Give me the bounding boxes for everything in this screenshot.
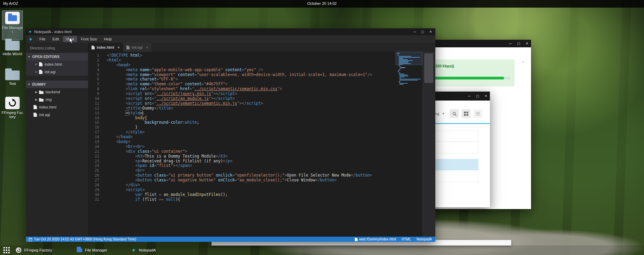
code-line[interactable]: 1<!DOCTYPE html> — [88, 53, 396, 58]
notepada-window[interactable]: NotepadA - index.html – □ × File Edit Vi… — [26, 28, 435, 242]
code-line[interactable]: 21 <div class="ui container"> — [88, 149, 396, 154]
code-line[interactable]: 23 <p>Received drag-in filelist (if any)… — [88, 159, 396, 164]
desktop-icon-ffmpeg-factory[interactable]: FFmpeg Factory — [1, 97, 23, 119]
taskbar-label: NotepadA — [139, 248, 156, 252]
status-app-name: NotepadA — [417, 237, 432, 241]
file-name: index.html — [39, 105, 56, 109]
maximize-button[interactable]: □ — [422, 29, 424, 34]
code-line[interactable]: 22 <h3>This is a Dummy Testing Module</h… — [88, 154, 396, 159]
minimize-button[interactable]: – — [414, 29, 416, 34]
code-line[interactable]: 13 <style> — [88, 111, 396, 116]
apps-grid-icon[interactable] — [3, 247, 10, 255]
code-line[interactable]: 27 <button class="ui negative button" on… — [88, 178, 396, 183]
maximize-button[interactable]: □ — [518, 41, 520, 46]
menu-view[interactable]: View — [63, 36, 77, 42]
code-line[interactable]: 4 <meta name="apple-mobile-web-app-capab… — [88, 68, 396, 73]
code-line[interactable]: 9 <script src="../script/jquery.min.js">… — [88, 92, 396, 96]
code-line[interactable]: 31 if (flist == null){ — [88, 197, 396, 202]
code-line[interactable]: 8 <link rel="stylesheet" href="../script… — [88, 87, 396, 92]
taskbar-item-notepada[interactable]: NotepadA — [131, 245, 156, 255]
code-line[interactable]: 15 background-color:white; — [88, 120, 396, 125]
maximize-button[interactable]: □ — [476, 94, 479, 98]
file-icon — [126, 46, 130, 49]
code-line[interactable]: 7 <meta name="theme-color" content="#4b7… — [88, 82, 396, 87]
code-line[interactable]: 18 </head> — [88, 135, 396, 140]
file-icon — [34, 105, 37, 109]
menu-font-size[interactable]: Font Size — [78, 36, 100, 42]
tree-folder-backend[interactable]: ▶ backend — [26, 88, 88, 96]
code-line[interactable]: 26 <button class="ui primary button" onc… — [88, 173, 396, 178]
code-line[interactable]: 29 <script> — [88, 188, 396, 192]
minimize-button[interactable]: – — [509, 41, 512, 46]
code-line[interactable]: 3 <head> — [88, 63, 396, 68]
code-line[interactable]: 19 <body> — [88, 140, 396, 144]
notepada-logo-icon — [28, 30, 32, 34]
code-line[interactable]: 17 </style> — [88, 130, 396, 135]
code-line[interactable]: 6 <meta charset="UTF-8"> — [88, 77, 396, 82]
scroll-up-icon[interactable]: ^ — [522, 60, 524, 65]
taskbar-label: File Manager — [85, 248, 107, 252]
tab-index-html[interactable]: index.html × — [88, 43, 123, 52]
grid-view-button[interactable] — [462, 109, 471, 118]
tree-file-init-agi[interactable]: init.agi — [26, 111, 88, 119]
desktop-icon-hello-world[interactable]: Hello World — [1, 41, 23, 56]
open-editors-section[interactable]: ▼ OPEN EDITORS — [26, 53, 88, 60]
code-line[interactable]: 28 </div> — [88, 183, 396, 188]
list-view-button[interactable] — [473, 109, 482, 118]
tree-file-index-html[interactable]: index.html — [26, 103, 88, 111]
scrollbar-thumb[interactable] — [424, 53, 433, 83]
notepada-logo-icon — [28, 37, 33, 41]
close-icon[interactable]: × — [34, 70, 38, 74]
editor-tab-bar: index.html × init.agi × — [88, 43, 435, 52]
window-titlebar[interactable]: NotepadA - index.html — [26, 28, 435, 35]
code-line[interactable]: 5 <meta name="viewport" content="user-sc… — [88, 73, 396, 77]
code-line[interactable]: 10 <script src="../script/ao_module.js">… — [88, 96, 396, 101]
close-button[interactable]: × — [526, 41, 528, 46]
code-line[interactable]: 25 <br> — [88, 168, 396, 173]
code-line[interactable]: 2<html> — [88, 58, 396, 63]
icon-label: FFmpeg Factory — [1, 111, 23, 119]
project-section-dummy[interactable]: ▼ DUMMY — [26, 81, 88, 88]
menu-file[interactable]: File — [36, 36, 49, 42]
code-line[interactable]: 30 var flist = ao_module_loadInputFiles(… — [88, 192, 396, 197]
taskbar: FFmpeg Factory File Manager NotepadA — [0, 245, 644, 255]
open-editor-init-agi[interactable]: × init.agi — [26, 68, 88, 76]
minimap[interactable] — [396, 52, 422, 237]
recycle-arrows-icon — [16, 247, 21, 253]
open-editor-index-html[interactable]: × index.html — [26, 60, 88, 68]
recycle-arrows-icon — [5, 97, 20, 109]
code-line[interactable]: 24 <span id="flist"></span> — [88, 163, 396, 168]
close-icon[interactable]: × — [117, 46, 120, 49]
taskbar-item-file-manager[interactable]: File Manager — [77, 245, 107, 255]
search-button[interactable] — [450, 109, 459, 118]
tree-folder-img[interactable]: ▶ img — [26, 96, 88, 103]
file-name: init.agi — [39, 113, 50, 117]
chevron-right-icon: ▶ — [34, 91, 38, 94]
tab-init-agi[interactable]: init.agi × — [123, 43, 152, 52]
menu-help[interactable]: Help — [101, 36, 115, 42]
close-button[interactable]: × — [485, 94, 487, 98]
desktop-icon-file-manager[interactable]: File Manager — [1, 12, 23, 34]
code-line[interactable]: 11 <script src="../script/semantic/seman… — [88, 101, 396, 106]
vertical-scrollbar[interactable] — [422, 52, 435, 237]
code-line[interactable]: 12 <title>Dummy</title> — [88, 106, 396, 111]
folder-icon — [5, 70, 20, 80]
section-label: OPEN EDITORS — [32, 55, 59, 59]
menu-edit[interactable]: Edit — [49, 36, 62, 42]
file-icon — [355, 238, 358, 241]
menu-bar: File Edit View Font Size Help — [26, 35, 435, 43]
file-name: init.agi — [45, 70, 56, 74]
close-button[interactable]: × — [429, 29, 432, 34]
icon-label: Hello World — [1, 52, 23, 56]
taskbar-item-ffmpeg-factory[interactable]: FFmpeg Factory — [16, 245, 52, 255]
close-icon[interactable]: × — [34, 63, 38, 66]
code-editor[interactable]: 1<!DOCTYPE html>2<html>3 <head>4 <meta n… — [88, 52, 396, 237]
code-line[interactable]: 20 <br><br> — [88, 144, 396, 149]
code-line[interactable]: 16 } — [88, 125, 396, 130]
file-name: index.html — [45, 62, 62, 66]
desktop-icon-test[interactable]: Test — [1, 70, 23, 86]
close-icon[interactable]: × — [146, 46, 148, 49]
code-line[interactable]: 14 body{ — [88, 116, 396, 121]
calendar-icon — [29, 238, 32, 241]
minimize-button[interactable]: – — [468, 94, 471, 98]
